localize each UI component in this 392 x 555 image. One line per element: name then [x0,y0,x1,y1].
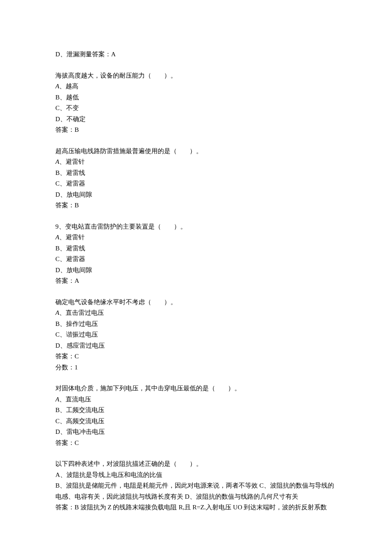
question-3: 超高压输电线路防雷措施最普遍使用的是（ ）。 A、避雷针 B、避雷线 C、避雷器… [55,146,337,211]
option-b: B、避雷线 [55,243,337,254]
option-a-text: 、避雷针 [59,234,85,241]
option-d: D、不确定 [55,114,337,125]
option-b: B、越低 [55,92,337,103]
option-c: C、谐振过电压 [55,329,337,340]
option-a-letter: A [55,83,59,90]
question-5: 确定电气设备绝缘水平时不考虑（ ）。 A、直击雷过电压 B、操作过电压 C、谐振… [55,297,337,373]
option-a-letter: A [55,158,59,165]
answer: 答案：C [55,351,337,362]
question-stem: 超高压输电线路防雷措施最普遍使用的是（ ）。 [55,146,337,157]
option-a-text: 、直流电压 [59,396,91,403]
option-a-letter: A [55,396,59,403]
answer: 答案：B [55,200,337,211]
question-stem: 9、变电站直击雷防护的主要装置是（ ）。 [55,221,337,232]
question-stem: 海拔高度越大，设备的耐压能力（ ）。 [55,70,337,81]
option-b: B、避雷线 [55,168,337,179]
option-d: D、泄漏测量答案：A [55,49,337,60]
option-c: C、高频交流电压 [55,416,337,427]
score: 分数：1 [55,362,337,373]
option-d: D、放电间隙 [55,189,337,200]
option-d: D、感应雷过电压 [55,340,337,352]
question-1-tail: D、泄漏测量答案：A [55,49,337,60]
option-bcd: B、波阻抗是储能元件，电阻是耗能元件，因此对电源来说，两者不等效 C、波阻抗的数… [55,480,337,502]
question-stem: 以下四种表述中，对波阻抗描述正确的是（ ）。 [55,459,337,470]
question-2: 海拔高度越大，设备的耐压能力（ ）。 A、越高 B、越低 C、不变 D、不确定 … [55,70,337,136]
option-a: A、避雷针 [55,232,337,243]
option-a-text: 、越高 [59,83,78,90]
option-b: B、操作过电压 [55,319,337,330]
option-c: C、避雷器 [55,254,337,265]
option-a: A、避雷针 [55,157,337,168]
question-6: 对固体电介质，施加下列电压，其中击穿电压最低的是（ ）。 A、直流电压 B、工频… [55,383,337,448]
option-c: C、避雷器 [55,178,337,189]
answer: 答案：C [55,438,337,449]
question-7: 以下四种表述中，对波阻抗描述正确的是（ ）。 A、波阻抗是导线上电压和电流的比值… [55,459,337,513]
question-stem: 确定电气设备绝缘水平时不考虑（ ）。 [55,297,337,308]
option-a-letter: A [55,234,59,241]
option-d: D、雷电冲击电压 [55,427,337,438]
option-a: A、越高 [55,81,337,92]
option-d: D、放电间隙 [55,265,337,276]
option-a-letter: A [55,309,59,316]
answer: 答案：B 波阻抗为 Z 的线路末端接负载电阻 R,且 R=Z.入射电压 UO 到… [55,502,337,513]
answer: 答案：A [55,276,337,287]
question-4: 9、变电站直击雷防护的主要装置是（ ）。 A、避雷针 B、避雷线 C、避雷器 D… [55,221,337,287]
option-a-text: 、避雷针 [59,158,85,165]
option-a-text: 、直击雷过电压 [59,309,104,316]
option-a: A、直流电压 [55,394,337,405]
question-stem: 对固体电介质，施加下列电压，其中击穿电压最低的是（ ）。 [55,383,337,394]
answer: 答案：B [55,125,337,136]
option-c: C、不变 [55,103,337,114]
option-a: A、波阻抗是导线上电压和电流的比值 [55,470,337,481]
option-b: B、工频交流电压 [55,405,337,416]
option-a: A、直击雷过电压 [55,308,337,319]
